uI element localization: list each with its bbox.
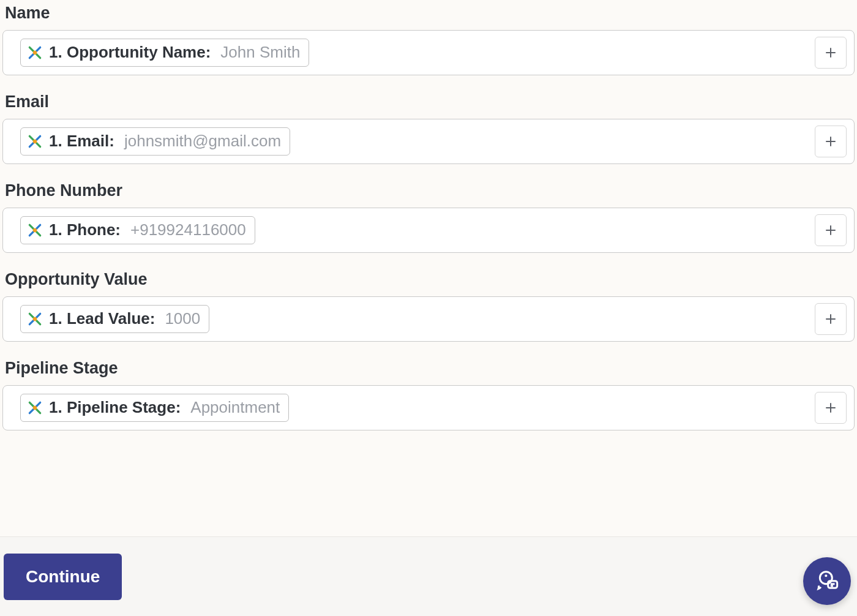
pill-key: 1. Lead Value:: [49, 309, 155, 328]
field-email: Email 1. Email: johnsmith@gmail.com: [2, 92, 855, 181]
mapping-pill-email[interactable]: 1. Email: johnsmith@gmail.com: [20, 127, 290, 155]
svg-point-4: [33, 406, 37, 410]
connector-icon: [27, 311, 43, 327]
field-label-opportunity-value: Opportunity Value: [5, 270, 855, 289]
input-phone[interactable]: 1. Phone: +919924116000: [2, 208, 855, 253]
help-chat-icon: [815, 568, 839, 595]
pill-value: Appointment: [190, 398, 280, 417]
pill-value: johnsmith@gmail.com: [124, 132, 281, 151]
pill-key: 1. Phone:: [49, 220, 121, 239]
pill-value: John Smith: [220, 43, 300, 62]
field-pipeline-stage: Pipeline Stage 1. Pipeline Stage: Appoin…: [2, 359, 855, 448]
connector-icon: [27, 222, 43, 238]
pill-key: 1. Opportunity Name:: [49, 43, 211, 62]
input-pipeline-stage[interactable]: 1. Pipeline Stage: Appointment: [2, 385, 855, 430]
pill-key: 1. Email:: [49, 132, 114, 151]
mapping-pill-name[interactable]: 1. Opportunity Name: John Smith: [20, 39, 309, 66]
add-value-button[interactable]: [815, 126, 847, 157]
svg-point-2: [33, 228, 37, 233]
connector-icon: [27, 400, 43, 416]
field-label-pipeline-stage: Pipeline Stage: [5, 359, 855, 378]
svg-point-5: [820, 572, 832, 584]
input-name[interactable]: 1. Opportunity Name: John Smith: [2, 30, 855, 75]
pill-value: 1000: [165, 309, 200, 328]
footer: Continue: [0, 536, 857, 616]
mapping-pill-pipeline-stage[interactable]: 1. Pipeline Stage: Appointment: [20, 394, 289, 421]
connector-icon: [27, 45, 43, 61]
field-label-name: Name: [5, 4, 855, 23]
add-value-button[interactable]: [815, 303, 847, 335]
mapping-pill-opportunity-value[interactable]: 1. Lead Value: 1000: [20, 305, 209, 332]
input-email[interactable]: 1. Email: johnsmith@gmail.com: [2, 119, 855, 164]
field-label-phone: Phone Number: [5, 181, 855, 200]
add-value-button[interactable]: [815, 214, 847, 246]
add-value-button[interactable]: [815, 392, 847, 424]
field-name: Name 1. Opportunity Name: John Smith: [2, 4, 855, 92]
connector-icon: [27, 133, 43, 149]
field-phone: Phone Number 1. Phone: +919924116000: [2, 181, 855, 270]
field-label-email: Email: [5, 92, 855, 111]
continue-button[interactable]: Continue: [4, 554, 122, 600]
svg-point-6: [825, 574, 827, 577]
svg-point-3: [33, 317, 37, 321]
pill-value: +919924116000: [130, 220, 246, 239]
help-fab[interactable]: [803, 557, 851, 605]
add-value-button[interactable]: [815, 37, 847, 69]
mapping-pill-phone[interactable]: 1. Phone: +919924116000: [20, 216, 255, 244]
mapping-form: Name 1. Opportunity Name: John Smith Ema…: [2, 0, 855, 466]
field-opportunity-value: Opportunity Value 1. Lead Value: 1000: [2, 270, 855, 359]
input-opportunity-value[interactable]: 1. Lead Value: 1000: [2, 296, 855, 342]
svg-point-1: [33, 140, 37, 144]
pill-key: 1. Pipeline Stage:: [49, 398, 181, 417]
svg-point-0: [33, 51, 37, 55]
